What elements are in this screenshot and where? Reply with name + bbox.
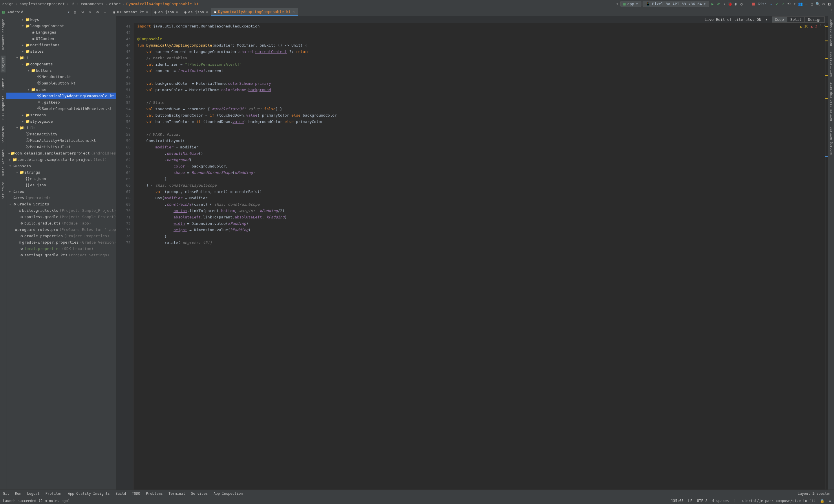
gear-icon[interactable]: ⚙ (95, 10, 100, 15)
line-number[interactable]: 58 (119, 131, 131, 138)
code-line[interactable]: val identifier = "[PhotoPermissionsAlert… (137, 61, 824, 68)
chevron-icon[interactable]: ▾ (27, 68, 31, 73)
tree-row[interactable]: ⚙gradle.properties(Project Properties) (6, 233, 116, 239)
settings-icon[interactable]: ⚙ (821, 2, 826, 6)
bottom-tool-button[interactable]: Terminal (169, 491, 185, 496)
git-push-icon[interactable]: ↗ (781, 2, 785, 6)
crumb-file[interactable]: DynamicallyAdaptingComposable.kt (126, 2, 199, 6)
undo-icon[interactable]: ↶ (792, 2, 797, 6)
code-with-me-icon[interactable]: 👥 (798, 2, 803, 6)
apply-changes-icon[interactable]: ⟳ (716, 2, 721, 6)
tree-row[interactable]: ◉Languages (6, 29, 116, 35)
caret-position[interactable]: 135:65 (671, 499, 683, 503)
chevron-icon[interactable]: ▸ (8, 157, 12, 162)
breadcrumb[interactable]: asign› samplestarterproject› ui› compone… (2, 2, 199, 6)
chevron-icon[interactable]: ▾ (15, 55, 19, 60)
tree-row[interactable]: ▾🗂assets (6, 163, 116, 169)
tool-window-tab[interactable]: Commit (1, 78, 5, 90)
chevron-down-icon[interactable]: ▾ (765, 17, 768, 22)
line-gutter[interactable]: 4142434445464748495051525354555657585960… (116, 23, 134, 489)
tree-row[interactable]: ▸📁com.delasign.samplestarterproject(andr… (6, 150, 116, 156)
view-mode-option[interactable]: Split (787, 17, 805, 23)
attach-debugger-icon[interactable]: ⇥ (722, 2, 727, 6)
error-stripe[interactable] (825, 23, 828, 489)
chevron-icon[interactable]: ▾ (21, 24, 25, 28)
tool-window-tab[interactable]: Running Devices (829, 127, 833, 155)
git-history-icon[interactable]: ⟲ (787, 2, 791, 6)
bottom-tool-button[interactable]: Services (191, 491, 208, 496)
bottom-tool-button[interactable]: Build (115, 491, 126, 496)
git-pull-icon[interactable]: ↙ (769, 2, 774, 6)
tree-row[interactable]: ▾📁components (6, 61, 116, 67)
tool-window-tab[interactable]: Resource Manager (1, 19, 5, 50)
code-line[interactable]: modifier = modifier (137, 144, 824, 151)
line-number[interactable]: 70 (119, 208, 131, 214)
line-separator[interactable]: LF (688, 499, 692, 503)
hide-icon[interactable]: — (103, 10, 107, 15)
code-line[interactable]: import java.util.concurrent.RunnableSche… (137, 23, 824, 29)
view-mode-option[interactable]: Design (805, 17, 825, 23)
code-line[interactable]: Box(modifier = Modifier (137, 195, 824, 201)
bottom-tool-button[interactable]: Problems (146, 491, 163, 496)
editor-tab[interactable]: ◉UIContent.kt× (110, 8, 151, 16)
tool-window-tab[interactable]: Pull Requests (1, 95, 5, 120)
line-number[interactable]: 69 (119, 201, 131, 208)
line-number[interactable]: 61 (119, 151, 131, 157)
sync-icon[interactable]: ↺ (614, 2, 619, 6)
run-config-dropdown[interactable]: ▤ app ▾ (620, 1, 641, 7)
chevron-icon[interactable]: ▾ (15, 170, 19, 175)
code-line[interactable]: val (prompt, closeButton, caret) = creat… (137, 189, 824, 195)
crumb-item[interactable]: samplestarterproject (19, 2, 65, 6)
tree-row[interactable]: ▸📁states (6, 48, 116, 54)
line-number[interactable]: 64 (119, 169, 131, 176)
line-number[interactable]: 65 (119, 176, 131, 182)
code-line[interactable]: // Mark: Variables (137, 55, 824, 61)
line-number[interactable]: 48 (119, 68, 131, 74)
chevron-icon[interactable]: ▸ (8, 189, 12, 193)
code-line[interactable]: .background( (137, 157, 824, 163)
encoding[interactable]: UTF-8 (697, 499, 707, 503)
chevron-icon[interactable]: ▾ (21, 62, 25, 66)
prev-highlight-icon[interactable]: ˄ (819, 24, 821, 28)
chevron-icon[interactable]: ▸ (21, 43, 25, 47)
close-icon[interactable]: × (292, 9, 295, 14)
close-icon[interactable]: × (206, 10, 208, 14)
line-number[interactable]: 67 (119, 189, 131, 195)
code-line[interactable]: } (137, 233, 824, 239)
code-line[interactable]: val context = LocalContext.current (137, 68, 824, 74)
tree-row[interactable]: ▾📁ui (6, 54, 116, 61)
tree-row[interactable]: ▾📁buttons (6, 67, 116, 73)
project-view-mode[interactable]: Android (7, 10, 65, 14)
code-line[interactable]: shape = RoundedCornerShape(kPadding) (137, 169, 824, 176)
line-number[interactable]: 51 (119, 87, 131, 93)
close-icon[interactable]: × (176, 10, 178, 14)
view-mode-segmented[interactable]: CodeSplitDesign (772, 17, 825, 23)
line-number[interactable]: 44 (119, 42, 131, 49)
tool-window-tab[interactable]: Device Manager (829, 19, 833, 46)
line-number[interactable]: 50 (119, 81, 131, 87)
tree-row[interactable]: ▾⚙Gradle Scripts (6, 201, 116, 207)
line-number[interactable]: 43 (119, 36, 131, 42)
indent[interactable]: 4 spaces (712, 499, 729, 503)
collapse-icon[interactable]: ⇱ (88, 10, 92, 15)
line-number[interactable]: 60 (119, 144, 131, 151)
chevron-icon[interactable]: ▸ (21, 113, 25, 117)
tool-window-tab[interactable]: Project (1, 55, 5, 72)
stop-icon[interactable] (751, 2, 755, 6)
editor-tab[interactable]: ◉en.json× (151, 8, 181, 16)
tree-row[interactable]: ⓀDynamicallyAdaptingComposable.kt (6, 93, 116, 99)
tree-row[interactable]: ⓀMainActivity+Notifications.kt (6, 137, 116, 143)
inspection-summary[interactable]: ▲10 ▲3 ˄ ˅ (800, 24, 825, 28)
line-number[interactable]: 68 (119, 195, 131, 201)
code-line[interactable]: val backgroundColor = MaterialTheme.colo… (137, 81, 824, 87)
tool-window-tab[interactable]: Structure (1, 182, 5, 199)
chevron-icon[interactable]: ▸ (21, 49, 25, 53)
line-number[interactable]: 59 (119, 138, 131, 144)
tree-row[interactable]: {}en.json (6, 175, 116, 182)
device-dropdown[interactable]: 📱 Pixel_3a_API_33_x86_64 ▾ (642, 1, 709, 7)
editor-tab[interactable]: ◉DynamicallyAdaptingComposable.kt× (211, 8, 298, 16)
tree-row[interactable]: ⓀSampleComposableWithReceiver.kt (6, 105, 116, 112)
tree-row[interactable]: ⚙build.gradle.kts(Module :app) (6, 220, 116, 226)
tree-row[interactable]: ⓀSampleButton.kt (6, 80, 116, 86)
code-line[interactable]: .defaultMinSize() (137, 151, 824, 157)
